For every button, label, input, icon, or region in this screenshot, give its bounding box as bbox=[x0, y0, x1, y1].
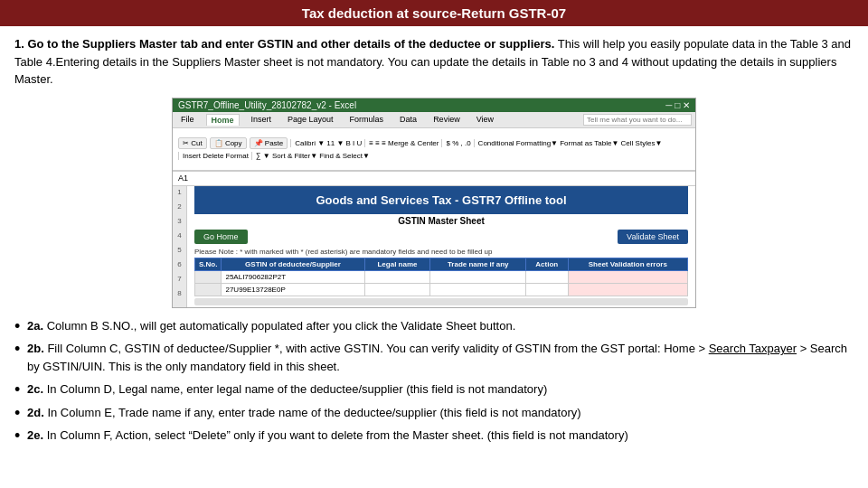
rn-6: 6 bbox=[173, 260, 186, 275]
cut-btn[interactable]: ✂ Cut bbox=[178, 137, 207, 149]
th-trade: Trade name if any bbox=[430, 258, 525, 270]
gstin-table: S.No. GSTIN of deductee/Supplier Legal n… bbox=[194, 258, 688, 296]
tab-home[interactable]: Home bbox=[206, 114, 240, 126]
bullet-dot-2c: • bbox=[14, 381, 22, 398]
th-legal: Legal name bbox=[364, 258, 430, 270]
tab-review[interactable]: Review bbox=[429, 114, 465, 125]
excel-search[interactable] bbox=[583, 114, 692, 126]
tab-data[interactable]: Data bbox=[395, 114, 421, 125]
tab-pagelayout[interactable]: Page Layout bbox=[283, 114, 338, 125]
validate-sheet-btn[interactable]: Validate Sheet bbox=[618, 230, 688, 244]
bullet-dot-2e: • bbox=[14, 427, 22, 444]
copy-btn[interactable]: 📋 Copy bbox=[210, 137, 247, 149]
bullet-label-2d: 2d. bbox=[27, 406, 44, 419]
tab-file[interactable]: File bbox=[176, 114, 199, 125]
edit-options: ∑ ▼ Sort & Filter▼ Find & Select▼ bbox=[251, 152, 370, 160]
number-options: $ % , .0 bbox=[441, 139, 470, 147]
bullet-dot-2b: • bbox=[14, 341, 22, 357]
th-errors: Sheet Validation errors bbox=[568, 258, 687, 270]
horizontal-scrollbar[interactable] bbox=[194, 298, 688, 305]
paste-btn[interactable]: 📌 Paste bbox=[250, 137, 288, 149]
bullet-text-2d: 2d. In Column E, Trade name if any, ente… bbox=[27, 404, 581, 422]
rn-7: 7 bbox=[173, 275, 186, 289]
excel-title: GSTR7_Offline_Utility_28102782_v2 - Exce… bbox=[178, 100, 356, 110]
ribbon-body: ✂ Cut 📋 Copy 📌 Paste Calibri ▼ 11 ▼ B I … bbox=[173, 128, 695, 172]
bullet-text-2b: 2b. Fill Column C, GSTIN of deductee/Sup… bbox=[27, 340, 854, 375]
excel-screenshot: GSTR7_Offline_Utility_28102782_v2 - Exce… bbox=[14, 98, 854, 308]
th-gstin: GSTIN of deductee/Supplier bbox=[222, 258, 364, 270]
rn-8: 8 bbox=[173, 289, 186, 304]
bullet-2e: • 2e. In Column F, Action, select “Delet… bbox=[14, 427, 854, 445]
excel-window: GSTR7_Offline_Utility_28102782_v2 - Exce… bbox=[172, 98, 696, 308]
sheet-content: 1 2 3 4 5 6 7 8 Goods and Services Tax -… bbox=[173, 186, 695, 307]
bullet-dot-2d: • bbox=[14, 405, 22, 421]
table-row: 27U99E13728E0P bbox=[195, 283, 688, 296]
cell-ref: A1 bbox=[178, 174, 188, 183]
formula-bar: A1 bbox=[173, 172, 695, 186]
sheet-note: Please Note : * with marked with * (red … bbox=[187, 248, 695, 256]
excel-controls: ─ □ ✕ bbox=[665, 100, 690, 110]
rn-2: 2 bbox=[173, 202, 186, 217]
rn-4: 4 bbox=[173, 231, 186, 246]
bullet-dot-2a: • bbox=[14, 318, 22, 334]
intro-strong: 1. Go to the Suppliers Master tab and en… bbox=[14, 37, 554, 51]
rn-1: 1 bbox=[173, 188, 186, 202]
sheet-action-buttons: Go Home Validate Sheet bbox=[187, 228, 695, 246]
go-home-btn[interactable]: Go Home bbox=[194, 230, 248, 244]
rn-3: 3 bbox=[173, 217, 186, 231]
font-options: Calibri ▼ 11 ▼ B I U bbox=[290, 139, 362, 147]
bullet-2b: • 2b. Fill Column C, GSTIN of deductee/S… bbox=[14, 340, 854, 375]
tab-formulas[interactable]: Formulas bbox=[345, 114, 389, 125]
bullet-label-2b: 2b. bbox=[27, 342, 44, 355]
page-title: Tax deduction at source-Return GSTR-07 bbox=[0, 0, 868, 26]
row-numbers: 1 2 3 4 5 6 7 8 bbox=[173, 186, 187, 307]
ribbon-tabs: File Home Insert Page Layout Formulas Da… bbox=[173, 112, 695, 128]
main-content: 1. Go to the Suppliers Master tab and en… bbox=[0, 26, 868, 459]
gstin-master: GSTIN Master Sheet bbox=[187, 216, 695, 226]
gst-banner: Goods and Services Tax - GSTR7 Offline t… bbox=[194, 186, 688, 214]
bullet-list: • 2a. Column B S.NO., will get automatic… bbox=[14, 317, 854, 445]
bullet-text-2a: 2a. Column B S.NO., will get automatical… bbox=[27, 317, 515, 335]
bullet-2c: • 2c. In Column D, Legal name, enter leg… bbox=[14, 380, 854, 399]
excel-titlebar: GSTR7_Offline_Utility_28102782_v2 - Exce… bbox=[173, 99, 695, 112]
rn-5: 5 bbox=[173, 246, 186, 260]
th-action: Action bbox=[525, 258, 568, 270]
search-taxpayer-link[interactable]: Search Taxpayer bbox=[709, 342, 797, 355]
table-row: 25ALI7906282P2T bbox=[195, 270, 688, 283]
sheet-body: Goods and Services Tax - GSTR7 Offline t… bbox=[187, 186, 695, 307]
bullet-text-2e: 2e. In Column F, Action, select “Delete”… bbox=[27, 427, 628, 445]
bullet-label-2c: 2c. bbox=[27, 382, 43, 396]
intro-paragraph: 1. Go to the Suppliers Master tab and en… bbox=[14, 35, 854, 89]
tab-view[interactable]: View bbox=[472, 114, 498, 125]
bullet-label-2a: 2a. bbox=[27, 319, 43, 333]
insert-options: Insert Delete Format bbox=[178, 152, 249, 160]
align-options: ≡ ≡ ≡ Merge & Center bbox=[364, 139, 439, 147]
bullet-2d: • 2d. In Column E, Trade name if any, en… bbox=[14, 404, 854, 422]
bullet-label-2e: 2e. bbox=[27, 428, 43, 442]
th-sno: S.No. bbox=[195, 258, 222, 270]
tab-insert[interactable]: Insert bbox=[247, 114, 277, 125]
sheet-rows: 1 2 3 4 5 6 7 8 Goods and Services Tax -… bbox=[173, 186, 695, 307]
bullet-2a: • 2a. Column B S.NO., will get automatic… bbox=[14, 317, 854, 335]
bullet-text-2c: 2c. In Column D, Legal name, enter legal… bbox=[27, 380, 547, 399]
style-options: Conditional Formatting▼ Format as Table▼… bbox=[474, 139, 663, 147]
